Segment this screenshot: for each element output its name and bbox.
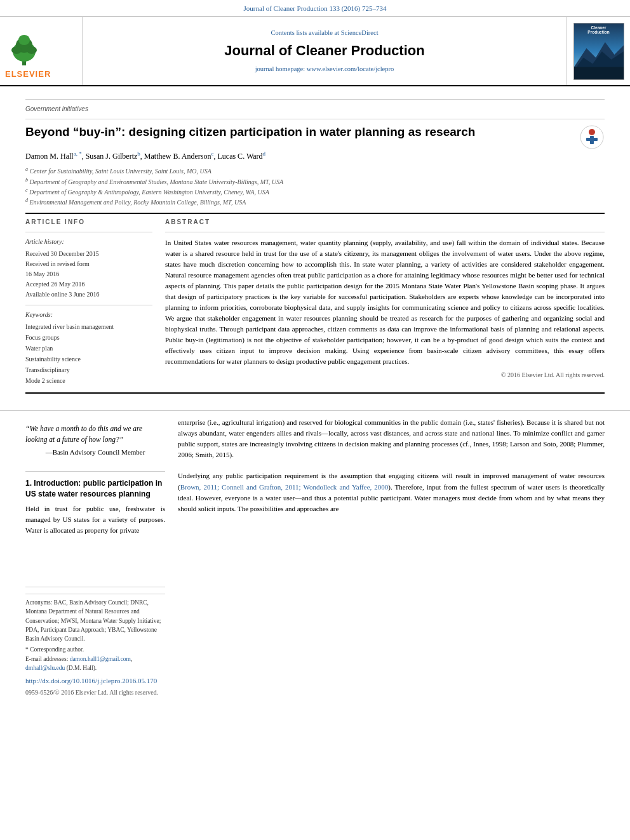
sciencedirect-label: Contents lists available at ScienceDirec…	[89, 29, 560, 38]
article-dates: Received 30 December 2015 Received in re…	[25, 249, 152, 300]
cover-title: CleanerProduction	[574, 25, 624, 34]
author1-name: Damon M. Hall	[25, 152, 74, 161]
journal-homepage: journal homepage: www.elsevier.com/locat…	[89, 65, 560, 74]
abstract-text: In United States water resources managem…	[165, 237, 605, 368]
history-label: Article history:	[25, 237, 152, 246]
article-info-abstract: ARTICLE INFO Article history: Received 3…	[25, 218, 605, 386]
keywords-list: Integrated river basin management Focus …	[25, 321, 152, 386]
abstract-column: ABSTRACT In United States water resource…	[165, 218, 605, 386]
affiliation-c: Department of Geography & Anthropology, …	[29, 189, 269, 196]
page: Journal of Cleaner Production 133 (2016)…	[0, 0, 630, 703]
sciencedirect-link[interactable]: ScienceDirect	[341, 29, 379, 36]
elsevier-brand: ELSEVIER	[5, 69, 51, 80]
right-para1: enterprise (i.e., agricultural irrigatio…	[178, 417, 605, 460]
acronyms-footnote: Acronyms: BAC, Basin Advisory Council; D…	[25, 598, 165, 643]
blockquote-attribution: —Basin Advisory Council Member	[25, 448, 165, 457]
author2-name: Susan J. Gilbertz	[86, 152, 138, 161]
article-info-header: ARTICLE INFO	[25, 218, 152, 227]
ref-brown: Brown, 2011; Connell and Grafton, 2011; …	[180, 483, 389, 491]
email2-link[interactable]: dmhall@slu.edu	[25, 665, 65, 671]
blockquote-text: “We have a month to do this and we are l…	[25, 423, 165, 446]
journal-title-area: Contents lists available at ScienceDirec…	[83, 17, 566, 85]
affiliation-b: Department of Geography and Environmenta…	[30, 178, 284, 185]
journal-cover-area: CleanerProduction	[566, 17, 630, 85]
copyright: © 2016 Elsevier Ltd. All rights reserved…	[165, 371, 605, 380]
elsevier-tree-icon	[5, 32, 43, 67]
homepage-link[interactable]: www.elsevier.com/locate/jclepro	[307, 65, 394, 72]
article-info-column: ARTICLE INFO Article history: Received 3…	[25, 218, 152, 386]
issn-text: 0959-6526/© 2016 Elsevier Ltd. All right…	[25, 688, 165, 697]
authors-line: Damon M. Halla, *, Susan J. Gilbertzb, M…	[25, 150, 605, 162]
svg-point-5	[27, 46, 37, 54]
email-footnote: E-mail addresses: damon.hall1@gmail.com,…	[25, 655, 165, 673]
doi-link[interactable]: http://dx.doi.org/10.1016/j.jclepro.2016…	[25, 676, 165, 686]
elsevier-logo: ELSEVIER	[5, 32, 51, 80]
svg-rect-9	[573, 67, 623, 79]
body-columns: “We have a month to do this and we are l…	[25, 417, 605, 697]
blockquote: “We have a month to do this and we are l…	[25, 417, 165, 464]
email1-link[interactable]: damon.hall1@gmail.com	[70, 656, 131, 662]
journal-title: Journal of Cleaner Production	[89, 41, 560, 61]
section1-heading: 1. Introduction: public participation in…	[25, 478, 165, 500]
affiliations: a Center for Sustainability, Saint Louis…	[25, 166, 605, 207]
keywords-label: Keywords:	[25, 310, 152, 319]
right-para2: Underlying any public participation requ…	[178, 470, 605, 514]
citation-text: Journal of Cleaner Production 133 (2016)…	[244, 4, 387, 12]
journal-citation: Journal of Cleaner Production 133 (2016)…	[0, 0, 630, 17]
journal-cover-image: CleanerProduction	[573, 23, 624, 80]
corresponding-footnote: * Corresponding author.	[25, 645, 165, 654]
svg-point-11	[589, 129, 595, 135]
author3-name: Matthew B. Anderson	[144, 152, 211, 161]
section-label: Government initiatives	[25, 105, 605, 114]
author4-name: Lucas C. Ward	[217, 152, 262, 161]
body-content: “We have a month to do this and we are l…	[0, 410, 630, 703]
body-right-column: enterprise (i.e., agricultural irrigatio…	[178, 417, 605, 697]
abstract-header: ABSTRACT	[165, 218, 605, 227]
body-left-column: “We have a month to do this and we are l…	[25, 417, 165, 697]
svg-rect-13	[586, 138, 598, 141]
affiliation-a: Center for Sustainability, Saint Louis U…	[30, 168, 211, 175]
section1-para1: Held in trust for public use, freshwater…	[25, 503, 165, 536]
journal-header: ELSEVIER Contents lists available at Sci…	[0, 17, 630, 86]
article-title: Beyond “buy-in”: designing citizen parti…	[25, 124, 573, 140]
publisher-logo-area: ELSEVIER	[0, 17, 83, 85]
svg-point-4	[11, 46, 22, 54]
article-content: Government initiatives Beyond “buy-in”: …	[0, 86, 630, 404]
footnotes: Acronyms: BAC, Basin Advisory Council; D…	[25, 594, 165, 672]
crossmark-area	[579, 124, 605, 150]
crossmark-icon	[580, 125, 604, 149]
affiliation-d: Environmental Management and Policy, Roc…	[30, 199, 246, 206]
svg-point-3	[18, 35, 30, 45]
